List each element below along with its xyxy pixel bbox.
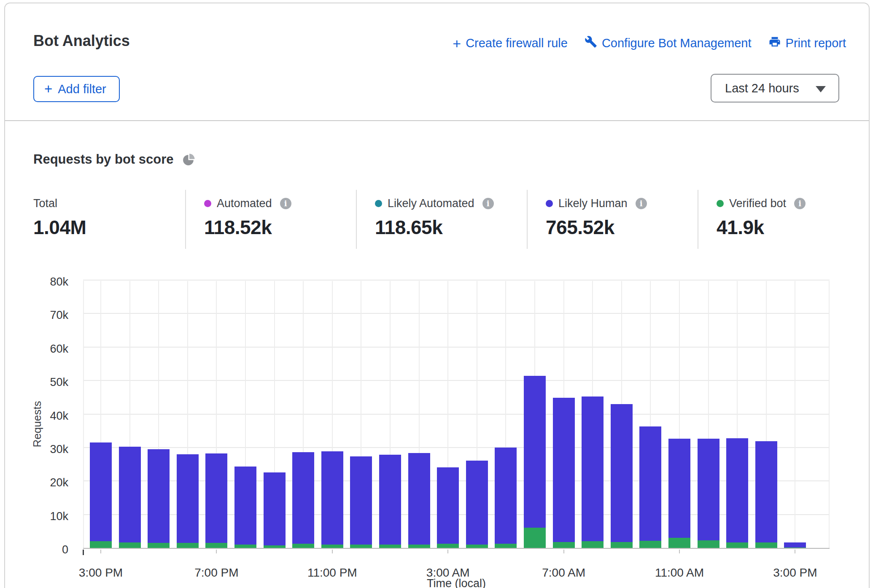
create-firewall-rule-link[interactable]: + Create firewall rule bbox=[453, 36, 568, 50]
configure-bot-management-link[interactable]: Configure Bot Management bbox=[585, 35, 752, 51]
print-report-link[interactable]: Print report bbox=[768, 35, 846, 51]
bar-segment-likely-human[interactable] bbox=[148, 449, 170, 548]
header-divider bbox=[5, 120, 869, 121]
page-title: Bot Analytics bbox=[33, 32, 130, 50]
bar-segment-verified-bot[interactable] bbox=[379, 545, 401, 548]
bar-segment-likely-human[interactable] bbox=[784, 542, 806, 548]
bar-segment-verified-bot[interactable] bbox=[119, 542, 141, 548]
add-filter-label: Add filter bbox=[58, 82, 106, 96]
bar-segment-likely-human[interactable] bbox=[698, 439, 719, 548]
bar-segment-verified-bot[interactable] bbox=[524, 528, 546, 548]
stat-value: 41.9k bbox=[717, 216, 806, 239]
y-tick-label: 50k bbox=[30, 375, 68, 389]
configure-bot-management-label: Configure Bot Management bbox=[602, 36, 752, 50]
bar-segment-verified-bot[interactable] bbox=[437, 544, 459, 548]
bar-segment-verified-bot[interactable] bbox=[234, 545, 256, 548]
bar-segment-likely-human[interactable] bbox=[437, 467, 459, 548]
bar-segment-verified-bot[interactable] bbox=[668, 538, 690, 548]
stat-label: Total bbox=[33, 197, 57, 210]
x-axis-tick bbox=[447, 550, 448, 553]
stat-label: Verified bot bbox=[729, 197, 786, 210]
bar-segment-likely-human[interactable] bbox=[408, 453, 430, 548]
stat-total: Total 1.04M bbox=[33, 197, 86, 239]
bar-segment-likely-human[interactable] bbox=[205, 453, 227, 548]
bar-segment-likely-human[interactable] bbox=[292, 452, 314, 548]
bar-segment-verified-bot[interactable] bbox=[321, 545, 343, 548]
info-icon[interactable]: i bbox=[636, 198, 647, 209]
bar-segment-likely-human[interactable] bbox=[726, 438, 748, 548]
bar-segment-likely-human[interactable] bbox=[177, 454, 199, 548]
bar-segment-likely-human[interactable] bbox=[264, 472, 286, 548]
header-actions: + Create firewall rule Configure Bot Man… bbox=[453, 35, 846, 51]
bar-segment-likely-human[interactable] bbox=[119, 447, 141, 548]
bar-segment-verified-bot[interactable] bbox=[90, 541, 112, 548]
info-icon[interactable]: i bbox=[280, 198, 291, 209]
bar-segment-likely-human[interactable] bbox=[90, 442, 112, 548]
stat-value: 765.52k bbox=[546, 216, 647, 239]
printer-icon bbox=[768, 35, 781, 51]
bar-segment-likely-human[interactable] bbox=[668, 439, 690, 548]
bar-segment-verified-bot[interactable] bbox=[177, 543, 199, 548]
h-gridline bbox=[83, 380, 830, 381]
bar-segment-likely-human[interactable] bbox=[234, 467, 256, 548]
bar-segment-likely-human[interactable] bbox=[321, 451, 343, 548]
wrench-icon bbox=[585, 35, 597, 51]
y-tick-label: 70k bbox=[30, 308, 68, 322]
bar-segment-likely-human[interactable] bbox=[611, 404, 633, 548]
create-firewall-rule-label: Create firewall rule bbox=[466, 36, 568, 50]
time-range-dropdown[interactable]: Last 24 hours bbox=[711, 74, 839, 102]
stat-divider bbox=[527, 190, 528, 249]
stat-value: 118.52k bbox=[204, 216, 291, 239]
bot-analytics-card: Bot Analytics + Create firewall rule Con… bbox=[4, 3, 870, 588]
h-gridline bbox=[83, 347, 830, 348]
bar-segment-likely-human[interactable] bbox=[755, 441, 777, 548]
bar-segment-verified-bot[interactable] bbox=[495, 544, 517, 548]
bar-segment-verified-bot[interactable] bbox=[466, 545, 488, 548]
bar-segment-likely-human[interactable] bbox=[582, 396, 604, 548]
info-icon[interactable]: i bbox=[794, 198, 806, 209]
bar-segment-verified-bot[interactable] bbox=[582, 541, 604, 548]
x-axis-origin-tick bbox=[83, 550, 84, 555]
bar-segment-verified-bot[interactable] bbox=[553, 542, 575, 548]
bar-segment-verified-bot[interactable] bbox=[611, 542, 633, 548]
plus-icon: + bbox=[453, 38, 461, 49]
bar-segment-verified-bot[interactable] bbox=[148, 543, 170, 548]
bar-segment-likely-human[interactable] bbox=[466, 461, 488, 548]
stat-likely-human: Likely Human i 765.52k bbox=[546, 197, 647, 239]
stacked-bar-chart[interactable] bbox=[83, 281, 830, 549]
bar-segment-verified-bot[interactable] bbox=[639, 541, 661, 548]
add-filter-button[interactable]: + Add filter bbox=[33, 76, 120, 102]
likely-human-legend-dot bbox=[546, 200, 553, 207]
bar-segment-likely-human[interactable] bbox=[495, 448, 517, 548]
bar-segment-likely-human[interactable] bbox=[639, 426, 661, 548]
bar-segment-verified-bot[interactable] bbox=[726, 542, 748, 548]
stat-verified-bot: Verified bot i 41.9k bbox=[717, 197, 806, 239]
bar-segment-verified-bot[interactable] bbox=[264, 545, 286, 548]
bar-segment-likely-human[interactable] bbox=[379, 455, 401, 548]
x-axis-tick bbox=[332, 550, 333, 553]
chevron-down-icon bbox=[816, 86, 826, 92]
x-axis-tick bbox=[100, 550, 101, 553]
bar-segment-verified-bot[interactable] bbox=[698, 540, 719, 548]
y-tick-label: 60k bbox=[30, 342, 68, 356]
bar-segment-likely-human[interactable] bbox=[350, 456, 372, 548]
bar-segment-verified-bot[interactable] bbox=[350, 545, 372, 548]
bar-segment-verified-bot[interactable] bbox=[408, 545, 430, 548]
bar-segment-verified-bot[interactable] bbox=[755, 542, 777, 548]
bar-segment-verified-bot[interactable] bbox=[292, 544, 314, 548]
v-gridline bbox=[829, 281, 830, 548]
section-header: Requests by bot score bbox=[33, 152, 196, 167]
bar-segment-likely-human[interactable] bbox=[524, 376, 546, 548]
y-tick-label: 30k bbox=[30, 442, 68, 456]
x-axis-tick bbox=[679, 550, 680, 553]
y-tick-label: 20k bbox=[30, 476, 68, 489]
stat-divider bbox=[698, 190, 698, 249]
x-axis-tick bbox=[563, 550, 564, 553]
v-gridline bbox=[795, 281, 795, 548]
bar-segment-verified-bot[interactable] bbox=[205, 543, 227, 548]
y-tick-label: 40k bbox=[30, 409, 68, 423]
bar-segment-verified-bot[interactable] bbox=[784, 548, 806, 548]
x-axis-title: Time (local) bbox=[83, 577, 830, 588]
info-icon[interactable]: i bbox=[482, 198, 494, 209]
bar-segment-likely-human[interactable] bbox=[553, 398, 575, 548]
